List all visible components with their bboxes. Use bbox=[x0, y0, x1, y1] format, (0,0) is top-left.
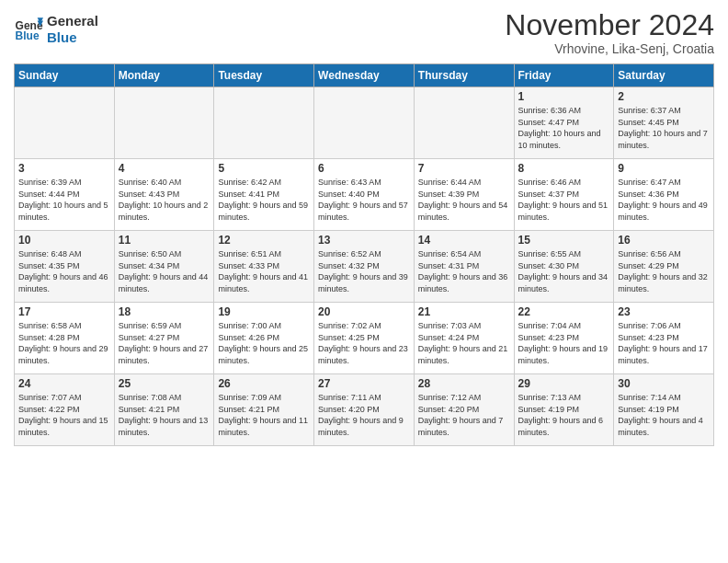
calendar-header-row: Sunday Monday Tuesday Wednesday Thursday… bbox=[15, 64, 714, 87]
table-row: 25Sunrise: 7:08 AM Sunset: 4:21 PM Dayli… bbox=[114, 374, 214, 446]
table-row: 14Sunrise: 6:54 AM Sunset: 4:31 PM Dayli… bbox=[414, 231, 514, 303]
table-row: 12Sunrise: 6:51 AM Sunset: 4:33 PM Dayli… bbox=[214, 231, 314, 303]
calendar-week-row: 1Sunrise: 6:36 AM Sunset: 4:47 PM Daylig… bbox=[15, 87, 714, 159]
table-row: 3Sunrise: 6:39 AM Sunset: 4:44 PM Daylig… bbox=[15, 159, 115, 231]
table-row: 27Sunrise: 7:11 AM Sunset: 4:20 PM Dayli… bbox=[314, 374, 415, 446]
day-info: Sunrise: 6:59 AM Sunset: 4:27 PM Dayligh… bbox=[119, 320, 210, 366]
calendar-week-row: 17Sunrise: 6:58 AM Sunset: 4:28 PM Dayli… bbox=[15, 303, 714, 374]
col-tuesday: Tuesday bbox=[214, 64, 314, 87]
col-monday: Monday bbox=[114, 64, 214, 87]
day-info: Sunrise: 6:51 AM Sunset: 4:33 PM Dayligh… bbox=[218, 248, 310, 294]
table-row bbox=[15, 87, 115, 159]
table-row: 15Sunrise: 6:55 AM Sunset: 4:30 PM Dayli… bbox=[514, 231, 614, 303]
day-info: Sunrise: 7:08 AM Sunset: 4:21 PM Dayligh… bbox=[119, 392, 210, 438]
table-row: 24Sunrise: 7:07 AM Sunset: 4:22 PM Dayli… bbox=[15, 374, 115, 446]
day-number: 11 bbox=[119, 234, 210, 247]
calendar-week-row: 3Sunrise: 6:39 AM Sunset: 4:44 PM Daylig… bbox=[15, 159, 714, 231]
col-saturday: Saturday bbox=[614, 64, 714, 87]
day-number: 15 bbox=[518, 234, 610, 247]
day-info: Sunrise: 7:04 AM Sunset: 4:23 PM Dayligh… bbox=[518, 320, 610, 366]
header: General Blue General Blue November 2024 … bbox=[14, 9, 714, 56]
table-row: 11Sunrise: 6:50 AM Sunset: 4:34 PM Dayli… bbox=[114, 231, 214, 303]
col-sunday: Sunday bbox=[15, 64, 115, 87]
day-number: 19 bbox=[218, 305, 310, 318]
day-number: 7 bbox=[418, 162, 510, 175]
table-row: 17Sunrise: 6:58 AM Sunset: 4:28 PM Dayli… bbox=[15, 303, 115, 374]
logo: General Blue General Blue bbox=[14, 13, 98, 46]
day-info: Sunrise: 6:43 AM Sunset: 4:40 PM Dayligh… bbox=[318, 177, 410, 223]
day-info: Sunrise: 7:07 AM Sunset: 4:22 PM Dayligh… bbox=[18, 392, 110, 438]
table-row: 1Sunrise: 6:36 AM Sunset: 4:47 PM Daylig… bbox=[514, 87, 614, 159]
table-row: 16Sunrise: 6:56 AM Sunset: 4:29 PM Dayli… bbox=[614, 231, 714, 303]
day-info: Sunrise: 7:00 AM Sunset: 4:26 PM Dayligh… bbox=[218, 320, 310, 366]
day-number: 28 bbox=[418, 377, 510, 390]
day-info: Sunrise: 7:02 AM Sunset: 4:25 PM Dayligh… bbox=[318, 320, 410, 366]
col-friday: Friday bbox=[514, 64, 614, 87]
title-section: November 2024 Vrhovine, Lika-Senj, Croat… bbox=[505, 9, 714, 56]
table-row bbox=[114, 87, 214, 159]
day-info: Sunrise: 6:39 AM Sunset: 4:44 PM Dayligh… bbox=[18, 177, 110, 223]
day-number: 27 bbox=[318, 377, 410, 390]
table-row: 20Sunrise: 7:02 AM Sunset: 4:25 PM Dayli… bbox=[314, 303, 415, 374]
logo-icon: General Blue bbox=[14, 15, 43, 44]
day-info: Sunrise: 7:11 AM Sunset: 4:20 PM Dayligh… bbox=[318, 392, 410, 438]
day-number: 14 bbox=[418, 234, 510, 247]
day-number: 18 bbox=[119, 305, 210, 318]
day-info: Sunrise: 6:58 AM Sunset: 4:28 PM Dayligh… bbox=[18, 320, 110, 366]
table-row: 8Sunrise: 6:46 AM Sunset: 4:37 PM Daylig… bbox=[514, 159, 614, 231]
day-number: 10 bbox=[18, 234, 110, 247]
day-info: Sunrise: 6:54 AM Sunset: 4:31 PM Dayligh… bbox=[418, 248, 510, 294]
day-info: Sunrise: 6:56 AM Sunset: 4:29 PM Dayligh… bbox=[618, 248, 710, 294]
day-number: 9 bbox=[618, 162, 710, 175]
day-number: 16 bbox=[618, 234, 710, 247]
table-row: 30Sunrise: 7:14 AM Sunset: 4:19 PM Dayli… bbox=[614, 374, 714, 446]
table-row: 5Sunrise: 6:42 AM Sunset: 4:41 PM Daylig… bbox=[214, 159, 314, 231]
table-row: 10Sunrise: 6:48 AM Sunset: 4:35 PM Dayli… bbox=[15, 231, 115, 303]
logo-text: General Blue bbox=[47, 13, 98, 46]
table-row: 2Sunrise: 6:37 AM Sunset: 4:45 PM Daylig… bbox=[614, 87, 714, 159]
table-row: 18Sunrise: 6:59 AM Sunset: 4:27 PM Dayli… bbox=[114, 303, 214, 374]
day-info: Sunrise: 6:40 AM Sunset: 4:43 PM Dayligh… bbox=[119, 177, 210, 223]
day-number: 30 bbox=[618, 377, 710, 390]
day-number: 13 bbox=[318, 234, 410, 247]
col-thursday: Thursday bbox=[414, 64, 514, 87]
day-info: Sunrise: 6:48 AM Sunset: 4:35 PM Dayligh… bbox=[18, 248, 110, 294]
day-number: 25 bbox=[119, 377, 210, 390]
table-row: 13Sunrise: 6:52 AM Sunset: 4:32 PM Dayli… bbox=[314, 231, 415, 303]
day-info: Sunrise: 6:44 AM Sunset: 4:39 PM Dayligh… bbox=[418, 177, 510, 223]
day-number: 17 bbox=[18, 305, 110, 318]
day-number: 23 bbox=[618, 305, 710, 318]
table-row: 7Sunrise: 6:44 AM Sunset: 4:39 PM Daylig… bbox=[414, 159, 514, 231]
table-row bbox=[314, 87, 415, 159]
day-info: Sunrise: 7:06 AM Sunset: 4:23 PM Dayligh… bbox=[618, 320, 710, 366]
day-number: 6 bbox=[318, 162, 410, 175]
day-number: 5 bbox=[218, 162, 310, 175]
day-number: 20 bbox=[318, 305, 410, 318]
table-row: 29Sunrise: 7:13 AM Sunset: 4:19 PM Dayli… bbox=[514, 374, 614, 446]
day-number: 3 bbox=[18, 162, 110, 175]
page-container: General Blue General Blue November 2024 … bbox=[0, 0, 728, 455]
day-number: 2 bbox=[618, 90, 710, 103]
table-row bbox=[214, 87, 314, 159]
col-wednesday: Wednesday bbox=[314, 64, 415, 87]
day-info: Sunrise: 7:13 AM Sunset: 4:19 PM Dayligh… bbox=[518, 392, 610, 438]
day-number: 12 bbox=[218, 234, 310, 247]
table-row: 28Sunrise: 7:12 AM Sunset: 4:20 PM Dayli… bbox=[414, 374, 514, 446]
day-info: Sunrise: 7:09 AM Sunset: 4:21 PM Dayligh… bbox=[218, 392, 310, 438]
day-number: 4 bbox=[119, 162, 210, 175]
table-row bbox=[414, 87, 514, 159]
day-info: Sunrise: 6:36 AM Sunset: 4:47 PM Dayligh… bbox=[518, 105, 610, 151]
calendar-week-row: 10Sunrise: 6:48 AM Sunset: 4:35 PM Dayli… bbox=[15, 231, 714, 303]
day-number: 22 bbox=[518, 305, 610, 318]
table-row: 9Sunrise: 6:47 AM Sunset: 4:36 PM Daylig… bbox=[614, 159, 714, 231]
day-number: 24 bbox=[18, 377, 110, 390]
day-info: Sunrise: 6:55 AM Sunset: 4:30 PM Dayligh… bbox=[518, 248, 610, 294]
day-info: Sunrise: 7:14 AM Sunset: 4:19 PM Dayligh… bbox=[618, 392, 710, 438]
day-number: 26 bbox=[218, 377, 310, 390]
day-info: Sunrise: 7:12 AM Sunset: 4:20 PM Dayligh… bbox=[418, 392, 510, 438]
day-info: Sunrise: 6:52 AM Sunset: 4:32 PM Dayligh… bbox=[318, 248, 410, 294]
svg-text:Blue: Blue bbox=[16, 29, 40, 42]
day-info: Sunrise: 7:03 AM Sunset: 4:24 PM Dayligh… bbox=[418, 320, 510, 366]
calendar-week-row: 24Sunrise: 7:07 AM Sunset: 4:22 PM Dayli… bbox=[15, 374, 714, 446]
day-number: 21 bbox=[418, 305, 510, 318]
